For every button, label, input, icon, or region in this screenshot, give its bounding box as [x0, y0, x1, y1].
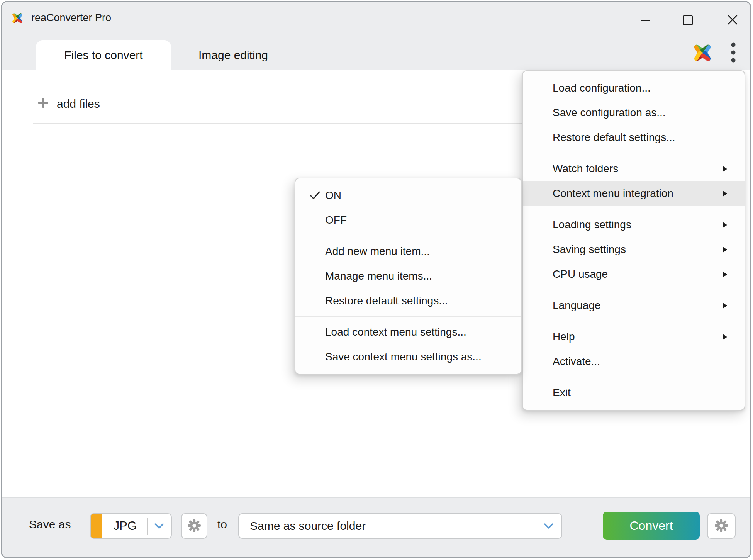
- add-files-button[interactable]: add files: [37, 93, 100, 115]
- menu-item-label: Add new menu item...: [325, 245, 504, 258]
- menu-item-activate[interactable]: Activate...: [523, 349, 745, 374]
- menu-item-label: OFF: [325, 214, 504, 226]
- tab-label: Files to convert: [64, 49, 142, 62]
- chevron-down-icon[interactable]: [536, 514, 561, 538]
- menu-item-help[interactable]: Help: [523, 324, 745, 349]
- gear-icon: [187, 519, 201, 534]
- check-icon: [310, 191, 320, 200]
- window-title: reaConverter Pro: [31, 12, 111, 24]
- menu-item-label: Activate...: [553, 355, 728, 368]
- menu-item-save-configuration-as[interactable]: Save configuration as...: [523, 100, 745, 125]
- menu-item-label: CPU usage: [553, 268, 722, 280]
- menu-item-cpu-usage[interactable]: CPU usage: [523, 262, 745, 287]
- menu-item-label: Context menu integration: [553, 187, 722, 200]
- menu-separator: [295, 236, 521, 236]
- submenu-item-off[interactable]: OFF: [295, 208, 521, 232]
- menu-separator: [523, 209, 745, 209]
- format-select[interactable]: JPG: [90, 513, 172, 539]
- submenu-arrow-icon: [722, 271, 728, 278]
- submenu-item-manage-menu-items[interactable]: Manage menu items...: [295, 264, 521, 288]
- close-button[interactable]: [723, 10, 742, 30]
- tab-label: Image editing: [198, 49, 268, 62]
- title-bar: reaConverter Pro Files to convert Image …: [2, 2, 750, 70]
- menu-item-label: Loading settings: [553, 219, 722, 231]
- add-files-label: add files: [57, 97, 100, 110]
- format-value: JPG: [102, 514, 148, 538]
- menu-separator: [523, 153, 745, 153]
- kebab-menu-icon: [731, 42, 736, 65]
- menu-item-load-configuration[interactable]: Load configuration...: [523, 76, 745, 100]
- menu-item-label: Language: [553, 299, 722, 312]
- menu-item-context-menu-integration[interactable]: Context menu integration: [523, 181, 745, 206]
- plus-icon: [37, 97, 49, 111]
- context-menu-integration-submenu: ON OFF Add new menu item... Manage menu …: [295, 178, 522, 375]
- menu-item-label: Save configuration as...: [553, 107, 728, 119]
- to-label: to: [217, 518, 227, 531]
- maximize-icon: [683, 15, 693, 25]
- submenu-arrow-icon: [722, 334, 728, 340]
- menu-item-label: Exit: [553, 387, 728, 399]
- menu-item-label: Help: [553, 331, 722, 343]
- menu-item-label: Watch folders: [553, 163, 722, 175]
- menu-separator: [523, 290, 745, 290]
- menu-item-language[interactable]: Language: [523, 293, 745, 318]
- maximize-button[interactable]: [678, 10, 697, 30]
- app-logo-icon: [9, 10, 26, 28]
- destination-select[interactable]: Same as source folder: [238, 513, 562, 539]
- menu-item-exit[interactable]: Exit: [523, 380, 745, 405]
- menu-item-label: Saving settings: [553, 243, 722, 256]
- submenu-item-add-new-menu-item[interactable]: Add new menu item...: [295, 239, 521, 264]
- submenu-item-on[interactable]: ON: [295, 183, 521, 208]
- menu-separator: [295, 316, 521, 317]
- menu-item-saving-settings[interactable]: Saving settings: [523, 237, 745, 262]
- submenu-item-restore-default-settings[interactable]: Restore default settings...: [295, 288, 521, 313]
- menu-item-label: Restore default settings...: [325, 295, 504, 307]
- tab-image-editing[interactable]: Image editing: [176, 40, 291, 70]
- submenu-arrow-icon: [722, 222, 728, 228]
- menu-item-label: Manage menu items...: [325, 270, 504, 282]
- app-logo-icon: [688, 39, 717, 68]
- submenu-arrow-icon: [722, 190, 728, 197]
- more-options-button[interactable]: [723, 41, 743, 66]
- submenu-item-save-context-menu-settings-as[interactable]: Save context menu settings as...: [295, 344, 521, 369]
- minimize-button[interactable]: [636, 10, 655, 30]
- menu-separator: [523, 377, 745, 377]
- menu-separator: [523, 321, 745, 321]
- submenu-arrow-icon: [722, 302, 728, 309]
- menu-item-label: Save context menu settings as...: [325, 351, 504, 363]
- close-icon: [727, 14, 738, 27]
- menu-item-label: Restore default settings...: [553, 131, 728, 144]
- menu-item-watch-folders[interactable]: Watch folders: [523, 156, 745, 181]
- bottom-bar: Save as JPG: [2, 497, 750, 557]
- menu-item-label: ON: [325, 189, 504, 202]
- app-window: reaConverter Pro Files to convert Image …: [1, 1, 751, 558]
- app-menu: Load configuration... Save configuration…: [522, 70, 745, 411]
- menu-item-loading-settings[interactable]: Loading settings: [523, 212, 745, 237]
- chevron-down-icon[interactable]: [147, 514, 171, 538]
- app-logo-button[interactable]: [686, 37, 719, 69]
- format-color-strip: [91, 514, 102, 538]
- destination-value: Same as source folder: [250, 514, 527, 538]
- minimize-icon: [641, 20, 650, 21]
- submenu-arrow-icon: [722, 246, 728, 253]
- menu-item-label: Load context menu settings...: [325, 326, 504, 338]
- convert-button[interactable]: Convert: [603, 512, 700, 540]
- format-settings-button[interactable]: [181, 513, 207, 539]
- convert-settings-button[interactable]: [707, 513, 736, 539]
- submenu-item-load-context-menu-settings[interactable]: Load context menu settings...: [295, 320, 521, 344]
- submenu-arrow-icon: [722, 166, 728, 172]
- tab-files-to-convert[interactable]: Files to convert: [36, 40, 171, 70]
- menu-item-label: Load configuration...: [553, 82, 728, 94]
- save-as-label: Save as: [29, 518, 71, 531]
- menu-item-restore-default-settings[interactable]: Restore default settings...: [523, 125, 745, 150]
- gear-icon: [714, 519, 728, 534]
